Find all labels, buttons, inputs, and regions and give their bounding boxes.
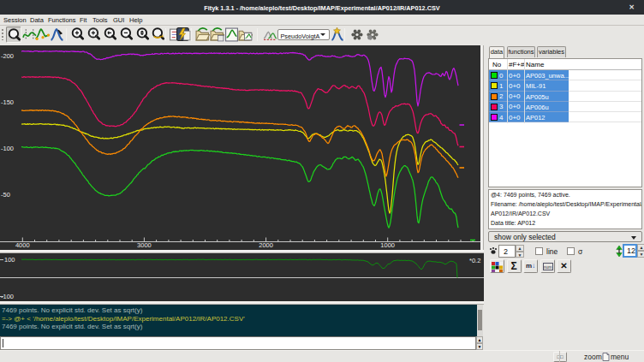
svg-text:4000: 4000 [15, 241, 30, 249]
svg-text:*0.2: *0.2 [469, 257, 480, 264]
svg-text:-100: -100 [1, 293, 14, 300]
svg-text:3000: 3000 [137, 241, 152, 249]
svg-text:-100: -100 [1, 145, 14, 152]
svg-text:100: 100 [4, 256, 15, 264]
svg-text:-50: -50 [1, 191, 10, 199]
svg-text:1000: 1000 [380, 241, 395, 249]
svg-text:2000: 2000 [259, 241, 273, 249]
svg-text:-200: -200 [1, 52, 14, 60]
svg-text:-150: -150 [1, 98, 14, 106]
